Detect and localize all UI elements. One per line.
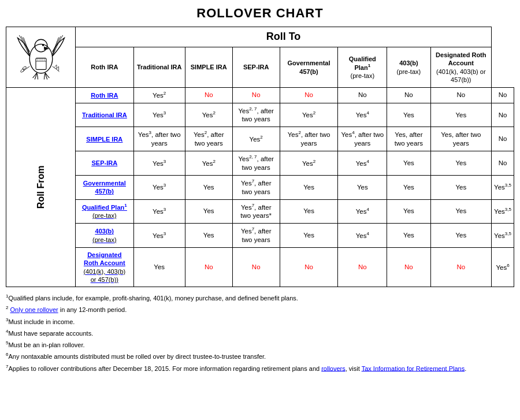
cell-simple-simple: Yes2: [232, 127, 280, 151]
cell-roth-qual: No: [387, 87, 430, 103]
cell-qual-qual: Yes: [387, 199, 430, 224]
cell-desig-qual: No: [387, 247, 430, 287]
cell-403b-403b: Yes: [430, 224, 491, 248]
cell-simple-trad: Yes2, after two years: [185, 127, 232, 151]
svg-point-0: [29, 44, 53, 73]
row-header-roth-ira[interactable]: Roth IRA: [76, 87, 134, 103]
table-row: Roll From Roth IRA Yes2 No No No No No N…: [6, 87, 514, 103]
cell-trad-qual: Yes: [387, 103, 430, 127]
col-header-gov-457b: Governmental 457(b): [280, 47, 338, 88]
cell-desig-gov: No: [338, 247, 387, 287]
cell-qual-desig: Yes3,5: [492, 199, 514, 224]
row-header-simple-ira[interactable]: SIMPLE IRA: [76, 127, 134, 151]
tax-info-link[interactable]: Tax Information for Retirement Plans: [362, 365, 465, 371]
row-header-trad-ira[interactable]: Traditional IRA: [76, 103, 134, 127]
svg-rect-3: [36, 58, 46, 70]
cell-trad-simple: Yes2, 7, after two years: [232, 103, 280, 127]
cell-simple-desig: No: [492, 127, 514, 151]
rollover-table: Roll To Roth IRA Traditional IRA SIMPLE …: [6, 27, 514, 287]
footnote-1: 1Qualified plans include, for example, p…: [6, 293, 514, 303]
col-header-403b: 403(b)(pre-tax): [387, 47, 430, 88]
cell-403b-gov: Yes4: [338, 224, 387, 248]
cell-sep-trad: Yes2: [185, 151, 232, 176]
footnotes-section: 1Qualified plans include, for example, p…: [6, 293, 514, 374]
footnote-6: 6Any nontaxable amounts distributed must…: [6, 351, 514, 362]
cell-desig-desig: Yes6: [492, 247, 514, 287]
cell-qual-trad: Yes: [185, 199, 232, 224]
cell-403b-roth: Yes3: [133, 224, 185, 248]
cell-desig-sep: No: [280, 247, 338, 287]
cell-trad-gov: Yes4: [338, 103, 387, 127]
table-row: 403(b) (pre-tax) Yes3 Yes Yes7, after tw…: [6, 224, 514, 248]
footnote-5: 5Must be an in-plan rollover.: [6, 340, 514, 350]
row-header-sep-ira[interactable]: SEP-IRA: [76, 151, 134, 176]
cell-gov-roth: Yes3: [133, 175, 185, 199]
cell-desig-trad: No: [185, 247, 232, 287]
cell-simple-403b: Yes, after two years: [430, 127, 491, 151]
rollover-chart-wrapper: Roll To Roth IRA Traditional IRA SIMPLE …: [6, 27, 514, 287]
cell-trad-trad: Yes2: [185, 103, 232, 127]
cell-sep-gov: Yes4: [338, 151, 387, 176]
table-row: SEP-IRA Yes3 Yes2 Yes2, 7, after two yea…: [6, 151, 514, 176]
row-header-403b[interactable]: 403(b) (pre-tax): [76, 224, 134, 248]
col-header-simple-ira: SIMPLE IRA: [185, 47, 232, 88]
col-header-desig-roth: Designated Roth Account(401(k), 403(b) o…: [430, 47, 491, 88]
cell-gov-qual: Yes: [387, 175, 430, 199]
irs-logo-cell: [6, 27, 76, 88]
cell-roth-sep: No: [280, 87, 338, 103]
cell-roth-simple: No: [232, 87, 280, 103]
cell-qual-sep: Yes: [280, 199, 338, 224]
one-rollover-link[interactable]: Only one rollover: [10, 306, 58, 313]
cell-trad-desig: No: [492, 103, 514, 127]
cell-sep-desig: No: [492, 151, 514, 176]
cell-403b-simple: Yes7, after two years: [232, 224, 280, 248]
cell-trad-sep: Yes2: [280, 103, 338, 127]
table-row: SIMPLE IRA Yes3, after two years Yes2, a…: [6, 127, 514, 151]
cell-403b-qual: Yes: [387, 224, 430, 248]
footnote-3: 3Must include in income.: [6, 317, 514, 327]
cell-roth-roth: Yes2: [133, 87, 185, 103]
cell-403b-desig: Yes3,5: [492, 224, 514, 248]
cell-403b-trad: Yes: [185, 224, 232, 248]
svg-point-1: [35, 39, 47, 52]
table-row: Qualified Plan1 (pre-tax) Yes3 Yes Yes7,…: [6, 199, 514, 224]
cell-simple-qual: Yes, after two years: [387, 127, 430, 151]
cell-gov-gov: Yes: [338, 175, 387, 199]
cell-qual-simple: Yes7, after two years*: [232, 199, 280, 224]
row-header-desig-roth[interactable]: DesignatedRoth Account (401(k), 403(b)or…: [76, 247, 134, 287]
cell-qual-roth: Yes3: [133, 199, 185, 224]
svg-point-10: [20, 68, 24, 73]
svg-point-9: [22, 66, 27, 70]
footnote-2: 2 Only one rollover in any 12-month peri…: [6, 304, 514, 315]
cell-sep-roth: Yes3: [133, 151, 185, 176]
cell-qual-gov: Yes4: [338, 199, 387, 224]
footnote-4: 4Must have separate accounts.: [6, 328, 514, 339]
cell-simple-gov: Yes4, after two years: [338, 127, 387, 151]
roll-to-header: Roll To: [76, 27, 492, 47]
cell-roth-403b: No: [430, 87, 491, 103]
row-header-gov-457b[interactable]: Governmental 457(b): [76, 175, 134, 199]
cell-gov-simple: Yes7, after two years: [232, 175, 280, 199]
cell-desig-403b: No: [430, 247, 491, 287]
col-header-roth-ira: Roth IRA: [76, 47, 134, 88]
cell-gov-trad: Yes: [185, 175, 232, 199]
row-header-qual-plan[interactable]: Qualified Plan1 (pre-tax): [76, 199, 134, 224]
cell-sep-simple: Yes2, 7, after two years: [232, 151, 280, 176]
cell-trad-roth: Yes3: [133, 103, 185, 127]
cell-desig-roth: Yes: [133, 247, 185, 287]
col-header-sep-ira: SEP-IRA: [232, 47, 280, 88]
cell-sep-403b: Yes: [430, 151, 491, 176]
rollovers-link[interactable]: rollovers: [321, 365, 346, 371]
cell-roth-desig: No: [492, 87, 514, 103]
cell-trad-403b: Yes: [430, 103, 491, 127]
cell-gov-desig: Yes3,5: [492, 175, 514, 199]
cell-gov-403b: Yes: [430, 175, 491, 199]
cell-gov-sep: Yes: [280, 175, 338, 199]
table-row: DesignatedRoth Account (401(k), 403(b)or…: [6, 247, 514, 287]
cell-desig-simple: No: [232, 247, 280, 287]
cell-sep-sep: Yes2: [280, 151, 338, 176]
irs-logo-icon: [15, 30, 67, 82]
cell-simple-roth: Yes3, after two years: [133, 127, 185, 151]
svg-point-2: [42, 44, 44, 46]
cell-roth-gov: No: [338, 87, 387, 103]
